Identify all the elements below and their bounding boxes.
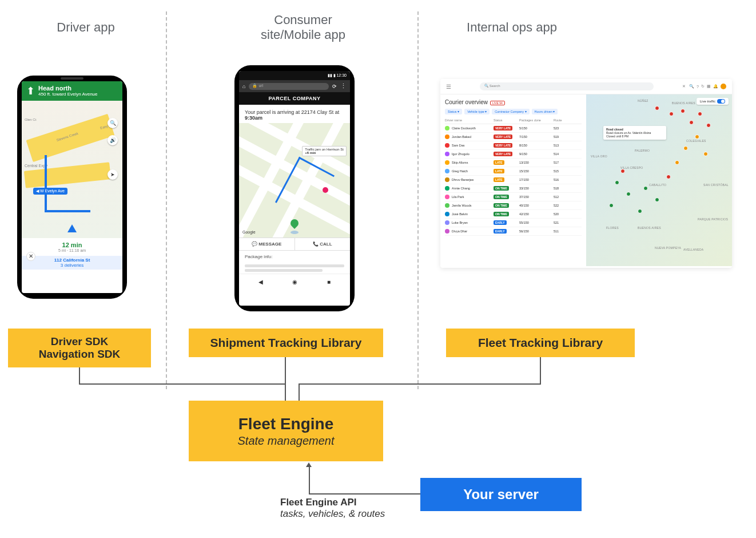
destination-banner[interactable]: 112 California St 3 deliveries: [22, 256, 122, 270]
connector: [309, 493, 420, 495]
live-traffic-toggle[interactable]: Live traffic: [697, 98, 729, 105]
refresh-icon[interactable]: ⟳: [332, 84, 337, 89]
help-icon[interactable]: ?: [697, 85, 699, 89]
search-input[interactable]: 🔍 Search: [480, 82, 654, 90]
avatar-icon: [445, 195, 449, 199]
table-title: Courier overviewLIVE 94: [445, 99, 582, 105]
heading-ops: Internal ops app: [440, 20, 583, 35]
driver-name: José Balvin: [452, 212, 468, 216]
driver-sdk-box: Driver SDK Navigation SDK: [8, 329, 151, 367]
recents-icon[interactable]: ■: [327, 279, 331, 285]
status-badge: ON TIME: [494, 203, 509, 208]
arrival-message: Your parcel is arriving at 22174 Clay St…: [239, 105, 350, 123]
table-row[interactable]: Sam DasVERY LATE8/150513: [445, 141, 582, 150]
col-packages[interactable]: Packages done: [519, 118, 554, 122]
col-driver[interactable]: Driver name: [445, 118, 494, 122]
home-circle-icon[interactable]: ◉: [292, 279, 297, 285]
consumer-map[interactable]: Traffic jam on Harrison St +6 min Google: [239, 123, 350, 238]
connector: [540, 357, 541, 383]
table-row[interactable]: Annie ChangON TIME33/150518: [445, 184, 582, 193]
table-row[interactable]: Igor ZhogoloVERY LATE9/150514: [445, 150, 582, 159]
destination-shadow: [291, 231, 299, 234]
route-cell: 514: [554, 152, 576, 156]
url-bar[interactable]: 🔒 url: [249, 83, 329, 90]
status-badge: VERY LATE: [494, 134, 512, 139]
table-row[interactable]: Dhruv BanerjeeLATE17/150516: [445, 176, 582, 184]
map-marker-icon[interactable]: [669, 112, 674, 116]
history-icon[interactable]: ↻: [701, 84, 705, 89]
status-badge: ON TIME: [494, 186, 509, 191]
driver-name: Sam Das: [452, 144, 465, 147]
compass-icon[interactable]: ➤: [108, 169, 118, 180]
table-row[interactable]: Luke BryanEARLY55/150521: [445, 219, 582, 227]
close-search-icon[interactable]: ✕: [682, 84, 686, 89]
toolbar-icon[interactable]: 🔍: [689, 84, 694, 89]
notification-icon[interactable]: 🔔: [713, 84, 718, 89]
route-cell: 515: [554, 169, 576, 173]
android-nav: ◀ ◉ ■: [239, 274, 350, 290]
map-marker-icon[interactable]: [615, 180, 619, 185]
route-cell: 513: [554, 144, 576, 147]
map-marker-icon[interactable]: [626, 192, 631, 196]
nav-direction: Head north: [38, 85, 98, 92]
close-icon[interactable]: ✕: [26, 252, 35, 261]
filter-chip[interactable]: Status ▾: [445, 109, 462, 114]
map-marker-icon[interactable]: [706, 123, 711, 128]
driver-name: Divya Dhar: [452, 230, 467, 233]
map-marker-icon[interactable]: [698, 112, 702, 116]
map-marker-icon[interactable]: [683, 146, 688, 151]
map-marker-icon[interactable]: [643, 186, 648, 191]
avatar-icon: [445, 220, 449, 225]
back-icon[interactable]: ◀: [258, 279, 263, 285]
region-label: VILLA CRESPO: [620, 166, 643, 169]
table-row[interactable]: Divya DharEARLY56/150511: [445, 227, 582, 236]
user-avatar-icon[interactable]: [721, 84, 726, 89]
table-row[interactable]: Jamila WoodsON TIME40/150522: [445, 201, 582, 210]
home-icon[interactable]: ⌂: [242, 84, 245, 89]
table-row[interactable]: Greg HatchLATE15/150515: [445, 167, 582, 176]
map-marker-icon[interactable]: [703, 152, 708, 156]
table-row[interactable]: Skip AllumsLATE13/150517: [445, 159, 582, 167]
route-cell: 518: [554, 187, 576, 190]
api-label: Fleet Engine API tasks, vehicles, & rout…: [280, 497, 385, 520]
audio-icon[interactable]: 🔊: [108, 135, 118, 145]
map-marker-icon[interactable]: [689, 120, 694, 125]
grid-icon[interactable]: ▦: [707, 84, 711, 89]
menu-dots-icon[interactable]: ⋮: [340, 82, 347, 90]
search-icon[interactable]: 🔍: [108, 118, 118, 128]
live-badge: LIVE 94: [490, 101, 505, 105]
map-marker-icon[interactable]: [609, 203, 614, 208]
avatar-icon: [445, 143, 449, 148]
filter-chip[interactable]: Hours driven ▾: [532, 109, 558, 114]
package-info-label: Package info:: [239, 251, 350, 263]
col-status[interactable]: Status: [494, 118, 519, 122]
hamburger-icon[interactable]: ☰: [446, 84, 451, 90]
col-route[interactable]: Route: [554, 118, 576, 122]
fleet-tracking-box: Fleet Tracking Library: [446, 329, 635, 357]
map-marker-icon[interactable]: [695, 134, 699, 139]
packages-cell: 40/150: [519, 204, 554, 207]
table-row[interactable]: José BalvinON TIME42/150520: [445, 210, 582, 219]
filter-chip[interactable]: Contractor Company ▾: [492, 109, 529, 114]
table-row[interactable]: Jordan BakedVERY LATE7/150519: [445, 133, 582, 141]
nav-banner: ⬆ Head north 450 ft. toward Evelyn Avenu…: [22, 81, 122, 101]
map-marker-icon[interactable]: [620, 169, 625, 173]
message-button[interactable]: 💬 MESSAGE: [239, 238, 295, 250]
table-row[interactable]: Lila ParkON TIME37/150512: [445, 193, 582, 201]
driver-name: Annie Chang: [452, 187, 470, 190]
map-marker-icon[interactable]: [681, 109, 685, 113]
map-marker-icon[interactable]: [655, 106, 659, 110]
call-button[interactable]: 📞 CALL: [295, 238, 351, 250]
map-marker-icon[interactable]: [638, 209, 642, 213]
ops-map[interactable]: Live traffic Road closed Road closure on…: [586, 94, 732, 266]
filter-row: Status ▾Vehicle type ▾Contractor Company…: [445, 109, 582, 114]
map-marker-icon[interactable]: [675, 160, 679, 165]
browser-bar: ⌂ 🔒 url ⟳ ⋮: [239, 80, 350, 92]
packages-cell: 17/150: [519, 178, 554, 181]
map-marker-icon[interactable]: [666, 175, 671, 179]
filter-chip[interactable]: Vehicle type ▾: [464, 109, 490, 114]
map-marker-icon[interactable]: [655, 197, 659, 202]
driver-map[interactable]: Glen Ct Stevens Creek Easy St Central Ex…: [22, 101, 122, 238]
toggle-icon[interactable]: [717, 99, 725, 104]
table-row[interactable]: Claire DuckworthVERY LATE5/150523: [445, 124, 582, 133]
